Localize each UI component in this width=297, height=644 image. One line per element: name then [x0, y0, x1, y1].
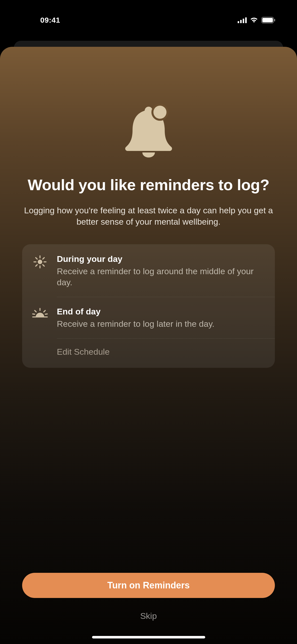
edit-schedule-row: Edit Schedule — [32, 338, 265, 368]
device-frame: 09:41 — [0, 0, 297, 644]
svg-line-22 — [33, 314, 35, 314]
svg-line-20 — [35, 310, 36, 312]
home-indicator[interactable] — [92, 636, 205, 638]
svg-line-23 — [45, 314, 47, 314]
status-bar: 09:41 — [0, 0, 297, 30]
schedule-row-during-day: During your day Receive a reminder to lo… — [32, 244, 265, 297]
sheet-hero: Would you like reminders to log? Logging… — [22, 47, 275, 228]
schedule-row-title: End of day — [57, 306, 265, 317]
svg-rect-3 — [245, 17, 247, 23]
schedule-row-text: During your day Receive a reminder to lo… — [57, 254, 265, 288]
svg-line-14 — [36, 258, 37, 259]
skip-button[interactable]: Skip — [133, 608, 164, 624]
sheet-title: Would you like reminders to log? — [28, 175, 269, 195]
svg-line-16 — [36, 265, 37, 266]
turn-on-reminders-button[interactable]: Turn on Reminders — [22, 573, 275, 598]
sun-icon — [32, 254, 48, 288]
schedule-row-desc: Receive a reminder to log around the mid… — [57, 266, 265, 288]
status-time: 09:41 — [40, 16, 60, 24]
svg-line-15 — [43, 265, 44, 266]
sunset-icon — [32, 306, 48, 329]
reminders-sheet: Would you like reminders to log? Logging… — [0, 47, 297, 644]
cellular-icon — [238, 17, 247, 23]
schedule-row-desc: Receive a reminder to log later in the d… — [57, 318, 265, 329]
svg-rect-6 — [274, 19, 275, 21]
svg-rect-5 — [262, 18, 273, 22]
svg-rect-0 — [238, 21, 239, 23]
wifi-icon — [250, 17, 258, 23]
svg-point-8 — [153, 106, 166, 119]
schedule-row-title: During your day — [57, 254, 265, 264]
edit-schedule-button[interactable]: Edit Schedule — [57, 347, 110, 357]
status-icons — [238, 17, 279, 23]
schedule-card: During your day Receive a reminder to lo… — [22, 244, 275, 368]
bell-icon — [122, 102, 175, 160]
battery-icon — [261, 17, 275, 23]
sheet-subtitle: Logging how you're feeling at least twic… — [22, 205, 275, 228]
svg-rect-1 — [240, 20, 242, 23]
svg-line-17 — [43, 258, 44, 259]
svg-line-21 — [44, 310, 45, 312]
sheet-footer: Turn on Reminders Skip — [22, 573, 275, 644]
schedule-row-end-of-day: End of day Receive a reminder to log lat… — [32, 297, 265, 338]
schedule-row-text: End of day Receive a reminder to log lat… — [57, 306, 265, 329]
svg-point-9 — [38, 260, 42, 264]
svg-rect-2 — [243, 19, 244, 23]
